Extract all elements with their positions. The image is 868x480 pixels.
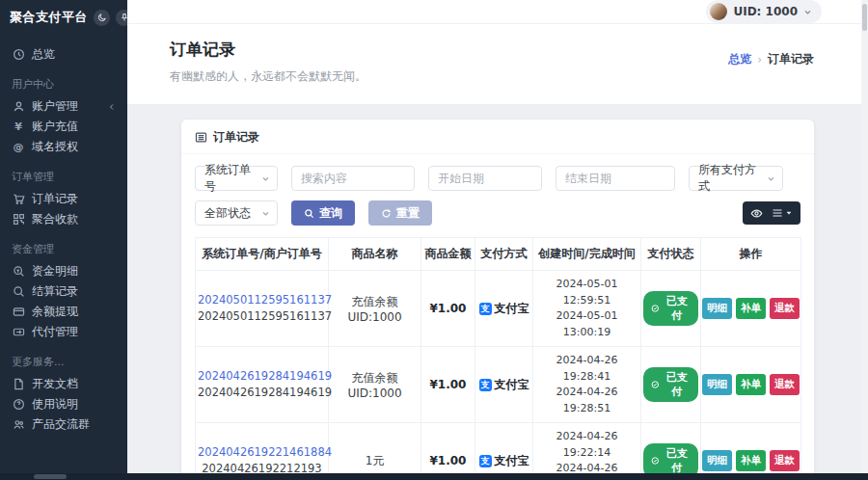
resend-button[interactable]: 补单 [736,298,766,319]
sidebar-item-overview[interactable]: 总览 [12,44,116,65]
system-order-link[interactable]: 2024042619284194619 [198,368,326,385]
query-button[interactable]: 查询 [291,200,355,226]
reset-button[interactable]: 重置 [368,200,432,226]
sidebar-item-account-manage[interactable]: 账户管理 [12,96,116,117]
group-icon [13,418,25,431]
sidebar-item-dev-docs[interactable]: 开发文档 [12,374,116,394]
sidebar-item-payout-manage[interactable]: 代付管理 [12,322,116,342]
chevron-down-icon [261,174,270,183]
search-icon [304,208,314,219]
search-input[interactable] [291,166,415,191]
caret-down-icon [785,209,793,217]
resend-button[interactable]: 补单 [736,374,766,395]
col-header-amount: 商品金额 [421,238,475,271]
sidebar-nav: 总览 用户中心 账户管理 ¥ 账户充值 @ 域名授权 订单管理 [0,35,127,444]
horizontal-scrollbar[interactable] [0,473,868,480]
table-columns-icon [772,207,783,219]
col-header-actions: 操作 [701,238,801,271]
sidebar-item-label: 域名授权 [32,139,78,155]
detail-button[interactable]: 明细 [702,374,732,395]
toggle-visibility-button[interactable] [750,207,763,220]
sidebar-item-order-records[interactable]: 订单记录 [12,189,116,209]
sidebar-item-label: 使用说明 [32,396,78,413]
sidebar-item-domain-auth[interactable]: @ 域名授权 [12,137,116,157]
coin-search-icon [13,265,25,278]
col-header-order-no: 系统订单号/商户订单号 [196,238,329,271]
horizontal-scrollbar-thumb[interactable] [34,474,67,479]
alipay-icon: 支 [479,455,492,467]
detail-button[interactable]: 明细 [702,298,732,319]
product-amount: ¥1.00 [421,271,475,347]
sidebar-item-aggregate-collect[interactable]: 聚合收款 [12,209,116,229]
pay-method-label: 支付宝 [495,453,529,469]
status-select[interactable]: 全部状态 [195,200,278,226]
page-subtitle: 有幽默感的人，永远都不会默默无闻。 [170,68,814,85]
sidebar-item-settlement-records[interactable]: 结算记录 [12,281,116,302]
completed-time: 2024-04-26 19:28:51 [535,385,638,416]
sidebar-section-more-services: 更多服务... [12,355,116,369]
sidebar-item-product-group[interactable]: 产品交流群 [12,414,116,435]
user-icon [13,100,25,113]
detail-button[interactable]: 明细 [702,450,732,471]
card-title: 订单记录 [213,129,259,146]
sidebar-item-label: 余额提现 [32,304,78,320]
page-title: 订单记录 [170,39,814,61]
col-header-product: 商品名称 [329,238,421,271]
col-header-pay-method: 支付方式 [475,238,533,271]
end-date-input[interactable] [556,166,675,191]
topbar: UID: 1000 [127,0,868,24]
order-type-select[interactable]: 系统订单号 [195,166,278,191]
cart-icon [13,193,25,205]
sidebar-item-label: 开发文档 [32,376,78,392]
vertical-scrollbar[interactable] [861,0,868,473]
columns-dropdown-button[interactable] [772,207,793,219]
order-type-selected: 系统订单号 [204,162,261,195]
refund-button[interactable]: 退款 [770,450,800,471]
reset-button-label: 重置 [396,205,420,222]
sidebar-section-order-manage: 订单管理 [12,170,116,184]
pay-method-label: 支付宝 [495,301,529,317]
sidebar-item-label: 代付管理 [32,324,78,340]
sidebar: 聚合支付平台 总览 用户中心 账户管理 [0,0,127,473]
card-header: 订单记录 [181,120,814,154]
pay-method-label: 支付宝 [495,377,529,393]
uid-label: UID: 1000 [733,5,798,18]
page-header: 订单记录 有幽默感的人，永远都不会默默无闻。 总览 › 订单记录 [127,24,868,104]
breadcrumb-home[interactable]: 总览 [728,51,751,67]
pay-method-select[interactable]: 所有支付方式 [689,166,783,191]
user-menu[interactable]: UID: 1000 [706,0,822,23]
status-selected: 全部状态 [204,205,251,222]
sidebar-item-label: 账户充值 [32,119,78,135]
merchant-order-no: 2024050112595161137 [198,308,326,325]
sidebar-item-usage-guide[interactable]: 使用说明 [12,394,116,414]
qr-grid-icon [13,213,25,226]
product-name: 充值余额 UID:1000 [329,271,421,347]
status-badge: 已支付 [643,367,698,402]
sidebar-item-balance-withdraw[interactable]: 余额提现 [12,302,116,322]
start-date-input[interactable] [428,166,542,191]
refund-button[interactable]: 退款 [770,374,800,395]
system-order-link[interactable]: 2024042619221461884 [198,444,326,461]
app-logo-title: 聚合支付平台 [10,9,88,26]
vertical-scrollbar-thumb[interactable] [862,4,867,31]
app-window: 聚合支付平台 总览 用户中心 账户管理 [0,0,868,480]
col-header-status: 支付状态 [641,238,701,271]
dark-mode-toggle[interactable] [94,10,110,26]
sidebar-item-fund-details[interactable]: 资金明细 [12,261,116,281]
sidebar-item-account-recharge[interactable]: ¥ 账户充值 [12,117,116,137]
avatar [710,3,727,20]
search-icon [13,285,25,298]
sidebar-item-label: 总览 [32,46,55,63]
product-name: 充值余额 UID:1000 [329,347,421,423]
refund-button[interactable]: 退款 [770,298,800,319]
chevron-left-icon [108,103,116,111]
system-order-link[interactable]: 2024050112595161137 [198,292,326,308]
sidebar-item-label: 订单记录 [32,191,78,207]
at-icon: @ [12,141,25,153]
completed-time: 2024-05-01 13:00:19 [535,308,638,340]
list-icon [195,131,207,144]
resend-button[interactable]: 补单 [736,450,766,471]
table-row: 202404261922146188420240426192212193 1元 … [196,423,801,480]
moon-icon [97,13,107,22]
overview-icon [13,48,25,61]
